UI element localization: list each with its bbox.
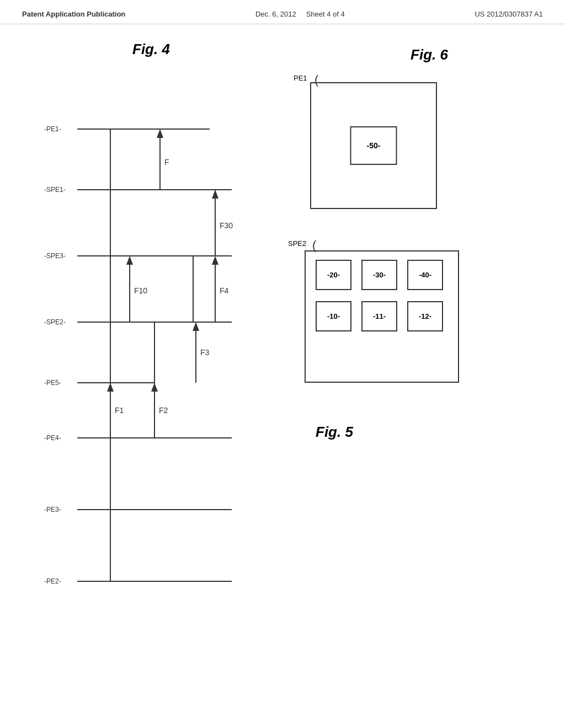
f2-label: F2: [159, 406, 168, 415]
spe1-label: -SPE1-: [44, 186, 66, 194]
main-content: Fig. 4: [0, 24, 565, 719]
fig5-spe2-label: SPE2: [288, 239, 306, 248]
arrow-f3-head: [193, 322, 199, 331]
fig4-svg: F F30 F10 F4 F3 F2: [44, 68, 243, 647]
pe3-label: -PE3-: [44, 506, 61, 513]
f4-label: F4: [220, 286, 229, 295]
f3-label: F3: [200, 348, 210, 357]
fig6-inner-box: -50-: [350, 126, 397, 165]
arrow-f1-head: [107, 383, 114, 392]
fig6-outer-box: -50-: [310, 82, 437, 209]
fig5-title: Fig. 5: [316, 424, 353, 441]
fig5-cell-12: -12-: [407, 301, 443, 331]
f-label: F: [164, 158, 169, 167]
f1-label: F1: [115, 406, 124, 415]
fig4-panel: Fig. 4: [0, 35, 282, 708]
f30-label: F30: [220, 221, 233, 230]
pe4-label: -PE4-: [44, 434, 61, 442]
fig4-diagram: Fig. 4: [44, 41, 254, 647]
fig6-pe1-label: PE1: [294, 74, 307, 82]
fig5-top-row: -20- -30- -40-: [306, 251, 458, 293]
arrow-f2-head: [151, 383, 158, 392]
fig5-container: SPE2 ) -20- -30- -40-: [288, 239, 470, 416]
right-panel: Fig. 6 PE1 ) -50- SPE2 ) -20-: [282, 35, 565, 708]
fig5-bottom-row: -10- -11- -12-: [306, 293, 458, 334]
f10-label: F10: [134, 286, 147, 295]
arrow-f4-head: [212, 256, 218, 265]
date-sheet-label: Dec. 6, 2012 Sheet 4 of 4: [255, 10, 345, 18]
fig5-cell-10: -10-: [316, 301, 351, 331]
fig6-title: Fig. 6: [411, 46, 448, 63]
publication-label: Patent Application Publication: [22, 10, 125, 18]
date-label: Dec. 6, 2012: [255, 10, 296, 18]
fig6-container: Fig. 6 PE1 ) -50-: [294, 46, 454, 217]
arrow-f30-head: [212, 190, 218, 199]
pe5-label: -PE5-: [44, 379, 61, 387]
fig5-cell-30: -30-: [361, 260, 397, 290]
fig5-cell-20: -20-: [316, 260, 351, 290]
fig5-cell-40: -40-: [407, 260, 443, 290]
pe1-label: -PE1-: [44, 125, 61, 133]
arrow-f-head: [157, 129, 163, 138]
fig5-cell-11: -11-: [361, 301, 397, 331]
arrow-f10-head: [126, 256, 133, 265]
patent-number-label: US 2012/0307837 A1: [475, 10, 543, 18]
sheet-label: Sheet 4 of 4: [306, 10, 345, 18]
fig6-inner-label: -50-: [367, 141, 381, 150]
spe2-label: -SPE2-: [44, 318, 66, 326]
spe3-label: -SPE3-: [44, 252, 66, 260]
fig4-title: Fig. 4: [132, 41, 170, 58]
pe2-label: -PE2-: [44, 577, 61, 585]
page-header: Patent Application Publication Dec. 6, 2…: [0, 0, 565, 24]
fig5-outer-box: -20- -30- -40- -10- -11-: [305, 250, 459, 383]
